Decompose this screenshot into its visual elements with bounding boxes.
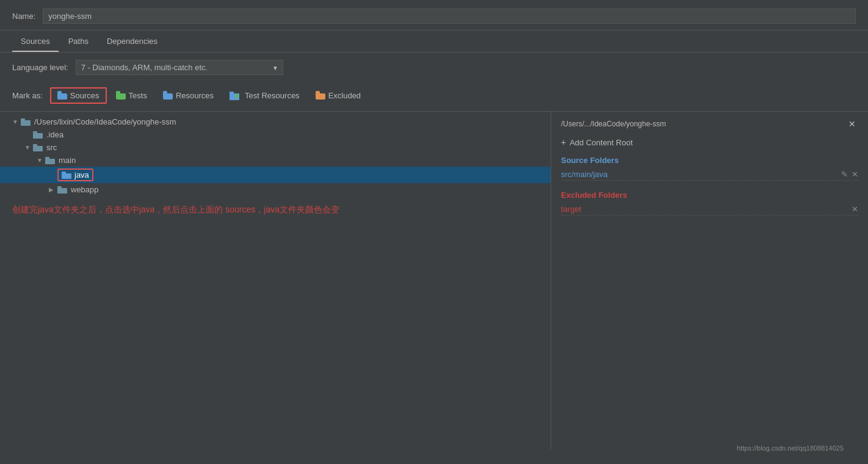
folder-test-resources-icon — [230, 92, 241, 100]
folder-green-icon — [116, 92, 126, 100]
mark-test-resources-button[interactable]: Test Resources — [223, 88, 306, 103]
folder-orange-icon — [316, 92, 325, 100]
mark-resources-button[interactable]: Resources — [156, 88, 220, 103]
right-panel: /Users/.../IdeaCode/yonghe-ssm ✕ + Add C… — [551, 112, 868, 449]
svg-rect-9 — [45, 159, 55, 164]
tree-idea-item[interactable]: .idea — [0, 128, 551, 141]
tabs-row: Sources Paths Dependencies — [0, 31, 868, 53]
remove-excluded-folder-button[interactable]: ✕ — [852, 205, 858, 214]
svg-rect-3 — [21, 120, 31, 126]
mark-as-row: Mark as: Sources Tests Resources — [0, 82, 868, 111]
java-spacer — [49, 172, 55, 178]
mark-tests-label: Tests — [129, 91, 147, 100]
source-folders-title: Source Folders — [561, 156, 858, 165]
bottom-url: https://blog.csdn.net/qq1808814025 — [0, 441, 856, 455]
excluded-folder-entry: target ✕ — [561, 203, 858, 216]
tree-src-item[interactable]: ▼ src — [0, 141, 551, 154]
main-label: main — [59, 156, 76, 165]
mark-excluded-label: Excluded — [328, 91, 361, 100]
source-folder-entry: src/main/java ✎ ✕ — [561, 169, 858, 181]
edit-source-folder-button[interactable]: ✎ — [841, 170, 848, 179]
idea-spacer — [24, 131, 31, 138]
src-chevron-icon: ▼ — [24, 144, 31, 151]
tree-java-item[interactable]: java — [0, 167, 551, 183]
lang-row: Language level: 7 - Diamonds, ARM, multi… — [0, 53, 868, 82]
svg-rect-1 — [230, 92, 234, 94]
src-folder-icon — [33, 144, 43, 151]
source-folder-actions: ✎ ✕ — [841, 170, 858, 179]
root-folder-icon — [21, 118, 31, 126]
idea-label: .idea — [46, 130, 63, 139]
tree-main-item[interactable]: ▼ main — [0, 154, 551, 167]
root-path-label: /Users/lixin/Code/IdeaCode/yonghe-ssm — [34, 117, 176, 126]
java-highlight-box: java — [57, 169, 93, 181]
idea-folder-icon — [33, 131, 43, 139]
close-panel-button[interactable]: ✕ — [846, 118, 858, 130]
svg-rect-8 — [33, 144, 37, 147]
webapp-chevron-icon: ▶ — [49, 186, 55, 193]
content-area: ▼ /Users/lixin/Code/IdeaCode/yonghe-ssm … — [0, 112, 868, 449]
tab-paths[interactable]: Paths — [60, 31, 97, 52]
mark-resources-label: Resources — [176, 91, 214, 100]
name-label: Name: — [12, 12, 35, 21]
mark-sources-label: Sources — [70, 91, 99, 100]
mark-tests-button[interactable]: Tests — [109, 88, 154, 103]
svg-rect-14 — [57, 186, 62, 189]
tab-sources[interactable]: Sources — [12, 31, 59, 52]
file-tree: ▼ /Users/lixin/Code/IdeaCode/yonghe-ssm … — [0, 112, 551, 449]
svg-rect-2 — [236, 94, 239, 98]
svg-rect-13 — [57, 188, 67, 194]
annotation-text: 创建完java文件夹之后，点击选中java，然后点击上面的 sources，ja… — [0, 196, 551, 216]
src-label: src — [46, 143, 57, 152]
svg-rect-7 — [33, 146, 43, 151]
webapp-folder-icon — [57, 186, 67, 194]
excluded-folders-title: Excluded Folders — [561, 190, 858, 200]
mark-test-resources-label: Test Resources — [245, 91, 300, 100]
language-level-select[interactable]: 7 - Diamonds, ARM, multi-catch etc. — [76, 60, 283, 75]
right-panel-header: /Users/.../IdeaCode/yonghe-ssm ✕ — [561, 118, 858, 130]
webapp-label: webapp — [71, 185, 99, 194]
tree-root-item[interactable]: ▼ /Users/lixin/Code/IdeaCode/yonghe-ssm — [0, 115, 551, 128]
mark-sources-button[interactable]: Sources — [50, 87, 107, 104]
plus-icon: + — [561, 137, 566, 147]
root-chevron-icon: ▼ — [12, 118, 18, 125]
svg-rect-10 — [45, 157, 49, 159]
folder-blue-icon — [57, 92, 67, 100]
svg-rect-6 — [33, 131, 37, 134]
mark-excluded-button[interactable]: Excluded — [309, 88, 367, 103]
java-folder-icon — [62, 172, 71, 179]
main-chevron-icon: ▼ — [37, 157, 43, 164]
remove-source-folder-button[interactable]: ✕ — [852, 170, 858, 179]
folder-resources-icon — [163, 92, 173, 100]
tab-dependencies[interactable]: Dependencies — [98, 31, 166, 52]
svg-rect-11 — [62, 173, 71, 179]
svg-rect-5 — [33, 133, 43, 139]
add-content-root-label: Add Content Root — [570, 138, 632, 147]
add-content-root-button[interactable]: + Add Content Root — [561, 137, 858, 147]
java-label: java — [74, 170, 89, 179]
source-folder-path: src/main/java — [561, 170, 608, 179]
mark-as-label: Mark as: — [12, 91, 43, 100]
main-container: Name: Sources Paths Dependencies Languag… — [0, 0, 868, 464]
svg-rect-4 — [21, 118, 25, 121]
svg-rect-12 — [62, 172, 66, 174]
excluded-folder-path: target — [561, 205, 581, 214]
name-input[interactable] — [43, 9, 856, 24]
tree-webapp-item[interactable]: ▶ webapp — [0, 183, 551, 196]
excluded-folder-actions: ✕ — [852, 205, 858, 214]
top-bar: Name: — [0, 0, 868, 31]
content-root-path: /Users/.../IdeaCode/yonghe-ssm — [561, 120, 666, 128]
language-level-wrapper: 7 - Diamonds, ARM, multi-catch etc. — [76, 60, 283, 75]
main-folder-icon — [45, 157, 55, 164]
language-level-label: Language level: — [12, 63, 68, 72]
